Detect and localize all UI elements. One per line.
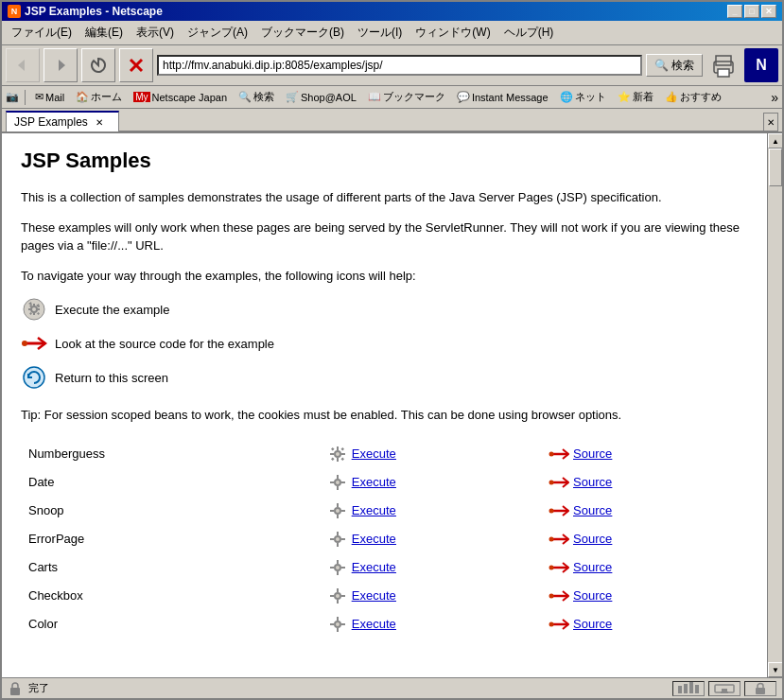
- forward-button[interactable]: [44, 48, 78, 82]
- execute-link-4[interactable]: Execute: [327, 557, 533, 578]
- execute-link-text-6[interactable]: Execute: [352, 617, 396, 631]
- menu-view[interactable]: 表示(V): [131, 23, 180, 43]
- execute-icon: [21, 296, 47, 323]
- source-link-text-3[interactable]: Source: [573, 532, 612, 546]
- menu-bookmarks[interactable]: ブックマーク(B): [255, 23, 350, 43]
- execute-link-text-5[interactable]: Execute: [352, 588, 396, 603]
- tab-jsp-examples[interactable]: JSP Examples ✕: [6, 111, 119, 131]
- menu-window[interactable]: ウィンドウ(W): [409, 23, 496, 43]
- table-row: Checkbox Execute: [21, 582, 748, 610]
- source-link-0[interactable]: Source: [549, 446, 740, 462]
- source-link-text-1[interactable]: Source: [573, 475, 612, 489]
- execute-link-2[interactable]: Execute: [327, 500, 533, 521]
- bm-instant-msg[interactable]: 💬 Instant Message: [453, 89, 552, 105]
- close-button[interactable]: ✕: [761, 5, 776, 18]
- connection-icon: [677, 682, 700, 695]
- svg-rect-42: [337, 515, 339, 518]
- search-button[interactable]: 🔍 検索: [646, 54, 703, 77]
- tab-close-button[interactable]: ✕: [96, 117, 103, 128]
- stop-button[interactable]: [119, 48, 153, 82]
- netscape-logo: N: [744, 48, 778, 82]
- execute-cell-3: Execute: [320, 525, 541, 553]
- bm-mail[interactable]: ✉ Mail: [31, 89, 68, 105]
- bookmarks-more[interactable]: »: [771, 90, 778, 105]
- execute-link-text-2[interactable]: Execute: [352, 503, 396, 517]
- menu-tools[interactable]: ツール(I): [352, 23, 408, 43]
- tab-close-window[interactable]: ✕: [763, 113, 778, 131]
- bm-netscape[interactable]: My Netscape Japan: [130, 90, 231, 105]
- gear-icon-6: [327, 614, 348, 635]
- browser-icon: N: [8, 5, 21, 18]
- source-link-text-6[interactable]: Source: [573, 617, 612, 631]
- execute-cell-0: Execute: [320, 440, 541, 468]
- execute-link-text-0[interactable]: Execute: [352, 446, 396, 461]
- source-link-text-2[interactable]: Source: [573, 503, 612, 517]
- bm-search[interactable]: 🔍 検索: [235, 88, 278, 106]
- menu-edit[interactable]: 編集(E): [79, 23, 129, 43]
- svg-rect-28: [340, 457, 344, 461]
- execute-link-5[interactable]: Execute: [327, 586, 533, 606]
- source-link-text-5[interactable]: Source: [573, 588, 612, 603]
- scroll-track: [768, 149, 782, 662]
- table-row: Carts Execute: [21, 553, 748, 582]
- svg-rect-24: [341, 453, 345, 455]
- bm-home[interactable]: 🏠 ホーム: [72, 88, 126, 106]
- scroll-up-button[interactable]: ▲: [768, 133, 782, 149]
- execute-link-text-1[interactable]: Execute: [352, 475, 396, 489]
- table-row: ErrorPage Execute: [21, 525, 748, 553]
- execute-link-text-4[interactable]: Execute: [352, 560, 396, 574]
- source-link-6[interactable]: Source: [549, 617, 740, 632]
- back-button[interactable]: [6, 48, 40, 82]
- scrollbar: ▲ ▼: [767, 133, 782, 677]
- svg-rect-65: [337, 588, 339, 592]
- svg-rect-68: [341, 595, 345, 597]
- menu-help[interactable]: ヘルプ(H): [498, 23, 560, 43]
- execute-cell-1: Execute: [320, 468, 541, 497]
- source-link-2[interactable]: Source: [549, 503, 740, 518]
- url-input[interactable]: [157, 55, 642, 76]
- svg-rect-4: [718, 69, 729, 77]
- svg-rect-33: [337, 475, 339, 479]
- menu-jump[interactable]: ジャンプ(A): [182, 23, 253, 43]
- scroll-down-button[interactable]: ▼: [768, 662, 782, 677]
- execute-link-3[interactable]: Execute: [327, 529, 533, 550]
- tab-label: JSP Examples: [14, 115, 88, 129]
- bm-bookmarks[interactable]: 📖 ブックマーク: [364, 88, 449, 106]
- example-name-5: Checkbox: [21, 582, 320, 610]
- source-link-4[interactable]: Source: [549, 560, 740, 575]
- source-icon-3: [549, 532, 569, 547]
- execute-link-text-3[interactable]: Execute: [352, 532, 396, 546]
- source-link-5[interactable]: Source: [549, 588, 740, 604]
- scroll-thumb[interactable]: [769, 149, 782, 186]
- svg-point-62: [549, 565, 554, 569]
- table-row: Snoop Execute: [21, 497, 748, 525]
- svg-rect-26: [340, 446, 344, 450]
- source-link-text-4[interactable]: Source: [573, 560, 612, 574]
- source-link-text-0[interactable]: Source: [573, 446, 612, 461]
- execute-link-0[interactable]: Execute: [327, 444, 533, 464]
- bm-new[interactable]: ⭐ 新着: [614, 88, 657, 106]
- execute-link-1[interactable]: Execute: [327, 472, 533, 493]
- source-link-3[interactable]: Source: [549, 532, 740, 547]
- return-desc: Return to this screen: [55, 371, 168, 385]
- svg-rect-51: [330, 538, 334, 540]
- bm-shop[interactable]: 🛒 Shop@AOL: [282, 89, 360, 105]
- title-bar: N JSP Examples - Netscape _ □ ✕: [2, 2, 782, 21]
- source-cell-2: Source: [541, 497, 748, 525]
- gear-icon-3: [327, 529, 348, 550]
- svg-rect-57: [337, 560, 339, 564]
- reload-button[interactable]: [81, 48, 115, 82]
- source-link-1[interactable]: Source: [549, 475, 740, 490]
- minimize-button[interactable]: _: [727, 5, 742, 18]
- examples-table: Numberguess: [21, 440, 748, 639]
- source-cell-1: Source: [541, 468, 748, 497]
- bm-recommend[interactable]: 👍 おすすめ: [661, 88, 725, 106]
- menu-file[interactable]: ファイル(E): [6, 23, 78, 43]
- execute-cell-4: Execute: [320, 553, 541, 582]
- example-name-0: Numberguess: [21, 440, 320, 468]
- execute-link-6[interactable]: Execute: [327, 614, 533, 635]
- print-button[interactable]: [706, 48, 740, 82]
- bm-net[interactable]: 🌐 ネット: [556, 88, 610, 106]
- svg-rect-50: [337, 543, 339, 547]
- maximize-button[interactable]: □: [744, 5, 759, 18]
